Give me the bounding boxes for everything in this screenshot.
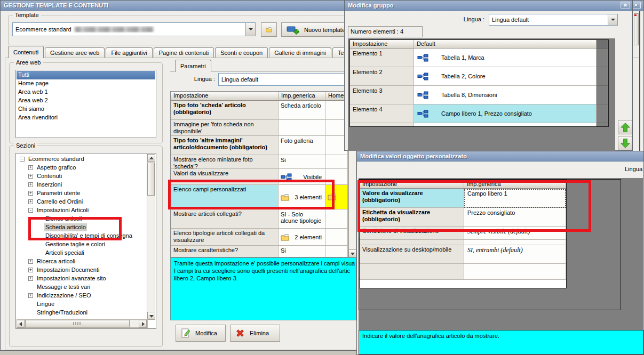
tab-parametri[interactable]: Parametri bbox=[175, 60, 211, 72]
annotation-box-scheda-articolo bbox=[28, 217, 122, 240]
tree-expand-icon[interactable]: + bbox=[28, 268, 33, 272]
tree-expand-icon[interactable]: + bbox=[28, 165, 33, 170]
tree-item[interactable]: + Inserzioni bbox=[17, 180, 147, 189]
lingua-combobox[interactable]: Lingua default bbox=[218, 73, 356, 86]
green-up-arrow-icon bbox=[620, 122, 631, 133]
tab[interactable]: Gallerie di immagini bbox=[269, 47, 331, 58]
tab[interactable]: Sconti e coupon bbox=[215, 47, 268, 58]
valori-row[interactable]: Visualizzazione su desktop/mobile SI, en… bbox=[360, 245, 566, 264]
tree-item[interactable]: + Contenuti bbox=[17, 172, 147, 180]
main-tabs: ContenutiGestione aree webFile aggiuntiv… bbox=[8, 46, 390, 58]
parametri-row[interactable]: Immagine per 'foto scheda non disponibil… bbox=[171, 120, 348, 136]
lingua-label: Lingua : bbox=[182, 76, 215, 82]
org-chart-icon bbox=[417, 110, 428, 118]
parametri-row[interactable]: Tipo foto 'scheda' articolo (obbligatori… bbox=[171, 101, 348, 120]
tab[interactable]: Pagine di contenuti bbox=[154, 47, 214, 58]
tree-item[interactable]: Messaggi e testi vari bbox=[17, 283, 147, 291]
tree-scroll-left-icon[interactable] bbox=[17, 320, 25, 328]
aree-web-item[interactable]: Chi siamo bbox=[17, 105, 155, 114]
template-combobox[interactable]: Ecommerce standard bbox=[12, 22, 256, 36]
tree-item[interactable]: Gestione taglie e colori bbox=[17, 240, 147, 248]
gruppo-row[interactable] bbox=[350, 123, 608, 127]
move-down-button[interactable] bbox=[618, 136, 632, 150]
edit-pencil-icon bbox=[180, 328, 191, 338]
tab[interactable]: File aggiuntivi bbox=[106, 47, 152, 58]
valori-row[interactable] bbox=[360, 264, 566, 280]
tree-item[interactable]: + Aspetto grafico bbox=[17, 163, 147, 172]
gruppo-title-bar: Modifica gruppo bbox=[345, 1, 632, 11]
template-combo-arrow-icon[interactable] bbox=[245, 23, 255, 36]
valori-title-bar: Modifica valori oggetto personalizzato bbox=[357, 151, 643, 162]
tab[interactable]: Gestione aree web bbox=[45, 47, 105, 58]
gruppo-window-title: Modifica gruppo bbox=[348, 2, 394, 9]
template-combo-value: Ecommerce standard bbox=[15, 26, 71, 33]
tree-expand-icon[interactable]: + bbox=[28, 191, 33, 196]
main-right-scroll-thumb[interactable] bbox=[634, 13, 639, 45]
lingua-combo-value: Lingua default bbox=[219, 76, 346, 83]
parametri-row[interactable]: Mostrare elenco miniature foto 'scheda'?… bbox=[171, 155, 348, 169]
modifica-button[interactable]: Modifica bbox=[176, 325, 226, 342]
parametri-table: Impostazione Imp.generica Home page Tipo… bbox=[170, 91, 348, 257]
gruppo-row[interactable]: Elemento 2 Tabella 2, Colore bbox=[350, 67, 608, 86]
tree-expand-icon[interactable]: + bbox=[28, 199, 33, 204]
parametri-row[interactable]: Mostrare articoli collegati? SI - Solo a… bbox=[171, 209, 348, 229]
tree-expand-icon[interactable]: + bbox=[28, 293, 33, 298]
parametri-scroll-down-icon[interactable] bbox=[348, 249, 356, 257]
aree-web-item[interactable]: Area rivenditori bbox=[17, 114, 155, 122]
tree-item[interactable]: + Impostazioni avanzate sito bbox=[17, 274, 147, 283]
tree-vscroll-thumb[interactable] bbox=[147, 163, 155, 196]
parametri-row[interactable]: Mostrare caratteristiche? Si bbox=[171, 246, 348, 257]
gruppo-row[interactable]: Elemento 4 Campo libero 1, Prezzo consig… bbox=[350, 104, 608, 123]
tree-expand-icon[interactable]: + bbox=[28, 174, 33, 179]
tree-item[interactable]: + Indicizzazione / SEO bbox=[17, 291, 147, 300]
parametri-row[interactable]: Elenco tipologie articoli collegati da v… bbox=[171, 229, 348, 246]
new-template-icon bbox=[286, 25, 300, 35]
folder-icon bbox=[281, 234, 289, 241]
tree-item[interactable]: Stringhe/Traduzioni bbox=[17, 308, 147, 317]
gruppo-row[interactable]: Elemento 1 Tabella 1, Marca bbox=[350, 49, 608, 67]
tab[interactable]: Contenuti bbox=[8, 46, 44, 58]
parametri-row[interactable]: Tipo foto 'altre immagini' articolo/docu… bbox=[171, 136, 348, 155]
parametri-info-box: Tramite questa impostazione e' possibile… bbox=[170, 257, 356, 320]
tree-item[interactable]: - Impostazioni Articoli bbox=[17, 206, 147, 214]
tree-item[interactable]: + Carrello ed Ordini bbox=[17, 197, 147, 206]
aree-web-item[interactable]: Tutti bbox=[17, 71, 155, 79]
aree-web-label: Aree web bbox=[14, 59, 43, 66]
aree-web-item[interactable]: Area web 2 bbox=[17, 96, 155, 105]
valori-row[interactable] bbox=[360, 240, 566, 245]
tree-item[interactable]: + Ricerca articoli bbox=[17, 257, 147, 265]
gruppo-lingua-arrow-icon[interactable] bbox=[608, 14, 617, 25]
tree-expand-icon[interactable]: + bbox=[28, 259, 33, 264]
gruppo-lingua-combobox[interactable]: Lingua default bbox=[489, 14, 618, 26]
gruppo-row[interactable]: Elemento 3 Tabella 8, Dimensioni bbox=[350, 86, 608, 104]
tree-expand-icon[interactable]: - bbox=[28, 208, 33, 213]
tree-item[interactable]: Lingue bbox=[17, 300, 147, 308]
tree-item[interactable]: - Ecommerce standard bbox=[17, 155, 147, 163]
tree-scroll-down-icon[interactable] bbox=[147, 312, 155, 320]
org-chart-icon bbox=[417, 91, 428, 99]
move-up-button[interactable] bbox=[618, 120, 632, 134]
aree-web-item[interactable]: Area web 1 bbox=[17, 88, 155, 96]
elimina-button[interactable]: Elimina bbox=[230, 325, 280, 342]
open-template-folder-button[interactable] bbox=[261, 22, 277, 37]
valori-info-box: Indicare il valore dell'anagrafica artic… bbox=[359, 330, 643, 354]
tree-item[interactable]: Articoli speciali bbox=[17, 248, 147, 257]
gruppo-table: Impostazione Default Elemento 1 Tabella … bbox=[349, 39, 609, 127]
tree-expand-icon[interactable]: + bbox=[28, 182, 33, 187]
main-right-scroll-mark bbox=[634, 14, 637, 16]
tree-scroll-right-icon[interactable] bbox=[139, 320, 147, 328]
tree-scroll-up-icon[interactable] bbox=[147, 154, 155, 162]
main-window-title: GESTIONE TEMPLATE E CONTENUTI bbox=[4, 2, 108, 9]
new-template-label: Nuovo template bbox=[304, 27, 345, 33]
gruppo-lingua-value: Lingua default bbox=[489, 17, 608, 23]
tree-hscroll-thumb[interactable] bbox=[25, 320, 130, 327]
sezioni-label: Sezioni bbox=[14, 142, 37, 149]
tree-expand-icon[interactable]: + bbox=[28, 276, 33, 281]
aree-web-item[interactable]: Home page bbox=[17, 79, 155, 88]
org-chart-icon bbox=[417, 72, 428, 80]
tree-item[interactable]: + Parametri utente bbox=[17, 189, 147, 197]
gruppo-close-button[interactable]: ✕ bbox=[621, 2, 630, 9]
numero-elementi-box: Numero elementi : 4 bbox=[348, 26, 423, 37]
tree-expand-icon[interactable]: - bbox=[20, 157, 25, 162]
tree-item[interactable]: + Impostazioni Documenti bbox=[17, 265, 147, 274]
